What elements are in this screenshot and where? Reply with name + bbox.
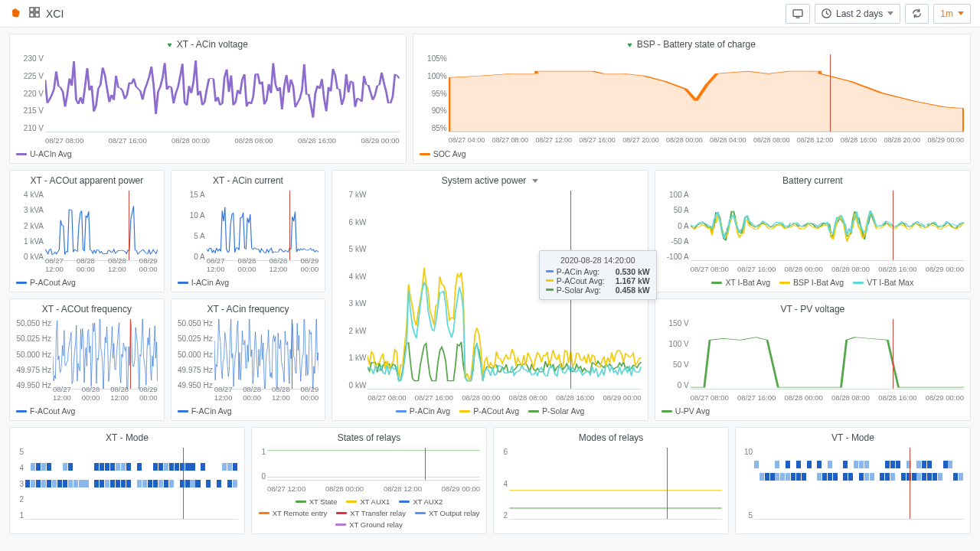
plot-area[interactable] (449, 54, 964, 132)
y-axis: 15 A10 A5 A0 A (173, 191, 205, 261)
y-axis: 642 (495, 448, 508, 520)
panel-relay-modes[interactable]: Modes of relays 642 (493, 427, 729, 534)
refresh-interval-picker[interactable]: 1m (933, 4, 971, 24)
panel-title: Modes of relays (579, 432, 644, 443)
plot-area[interactable] (25, 448, 238, 520)
y-axis: 50.050 Hz50.025 Hz50.000 Hz49.975 Hz49.9… (11, 319, 51, 390)
x-axis: 08/27 08:0008/27 16:0008/28 00:0008/28 0… (45, 137, 400, 145)
dashboard-grid: ♥XT - ACin voltage 230 V225 V220 V215 V2… (0, 28, 980, 540)
hover-tooltip: 2020-08-28 14:20:00 P-ACin Avg:0.530 kW … (539, 250, 657, 300)
plot-area[interactable] (691, 191, 964, 261)
x-axis: 08/27 08:0008/27 16:0008/28 00:0008/28 0… (691, 394, 964, 402)
plot-area[interactable] (691, 319, 964, 390)
time-cursor (289, 191, 290, 260)
plot-area[interactable] (214, 319, 319, 390)
legend: F-ACin Avg (172, 403, 325, 420)
panel-acin-current[interactable]: XT - ACin current 15 A10 A5 A0 A 08/27 1… (171, 170, 326, 292)
topbar: XCI Last 2 days 1m (0, 0, 980, 28)
legend: U-ACIn Avg (10, 146, 406, 163)
panel-title: System active power (442, 175, 527, 186)
time-cursor (130, 319, 131, 389)
plot-area[interactable] (267, 448, 480, 481)
x-axis: 08/27 08:0008/27 16:0008/28 00:0008/28 0… (368, 394, 641, 402)
y-axis: 100 A50 A0 A-50 A-100 A (657, 191, 689, 261)
panel-title: XT - ACin frequency (207, 304, 289, 315)
plot-area[interactable]: 2020-08-28 14:20:00 P-ACin Avg:0.530 kW … (368, 191, 641, 390)
time-cursor (183, 448, 184, 519)
panel-title: XT - ACOut frequency (42, 304, 132, 315)
panel-bsp-soc[interactable]: ♥BSP - Battery state of charge 105%100%9… (413, 34, 971, 164)
plot-area[interactable] (754, 448, 964, 520)
y-axis: 105%100%95%90%85% (415, 54, 447, 132)
y-axis: 230 V225 V220 V215 V210 V (11, 54, 44, 132)
svg-rect-2 (30, 13, 34, 17)
x-axis: 08/27 12:0008/28 00:0008/28 12:0008/29 0… (53, 386, 158, 402)
panel-title: VT - Mode (831, 432, 874, 443)
panel-title: XT - Mode (106, 432, 149, 443)
dashboard-icon[interactable] (29, 7, 40, 20)
legend: F-ACout Avg (10, 403, 164, 420)
panel-acout-frequency[interactable]: XT - ACOut frequency 50.050 Hz50.025 Hz5… (9, 298, 165, 421)
panel-relay-states[interactable]: States of relays 10 08/27 12:0008/28 00:… (251, 427, 487, 534)
dashboard-title[interactable]: XCI (46, 8, 64, 20)
panel-vt-mode[interactable]: VT - Mode 105 (735, 427, 971, 534)
plot-area[interactable] (53, 319, 158, 390)
svg-rect-3 (35, 13, 39, 17)
plot-area[interactable] (207, 191, 319, 261)
time-cursor (893, 319, 893, 389)
x-axis: 08/27 12:0008/28 00:0008/28 12:0008/29 0… (45, 257, 158, 273)
time-cursor (129, 191, 129, 260)
time-cursor (425, 448, 426, 480)
svg-rect-4 (793, 9, 802, 16)
time-cursor (667, 448, 668, 519)
y-axis: 4 kVA3 kVA2 kVA1 kVA0 kVA (11, 191, 44, 261)
chevron-down-icon (887, 11, 893, 15)
legend: I-ACin Avg (172, 275, 325, 292)
time-cursor (910, 448, 910, 519)
panel-title: BSP - Battery state of charge (637, 39, 756, 50)
panel-battery-current[interactable]: Battery current 100 A50 A0 A-50 A-100 A … (655, 170, 971, 292)
heart-icon: ♥ (628, 41, 632, 49)
panel-title: XT - ACin current (213, 175, 283, 186)
panel-system-active-power[interactable]: System active power 7 kW6 kW5 kW4 kW3 kW… (332, 170, 648, 421)
svg-rect-0 (30, 8, 34, 11)
y-axis: 150 V100 V50 V0 V (657, 319, 689, 390)
y-axis: 10 (253, 448, 266, 481)
legend: P-ACin Avg P-ACout Avg P-Solar Avg (332, 403, 647, 420)
grafana-logo-icon[interactable] (9, 8, 21, 20)
plot-area[interactable] (509, 448, 722, 520)
panel-title: XT - ACOut apparent power (30, 175, 143, 186)
time-cursor (830, 54, 831, 132)
legend: U-PV Avg (655, 403, 970, 420)
x-axis: 08/27 12:0008/28 00:0008/28 12:0008/29 0… (207, 257, 319, 273)
panel-title: States of relays (338, 432, 401, 443)
panel-acin-frequency[interactable]: XT - ACin frequency 50.050 Hz50.025 Hz50… (171, 298, 326, 421)
panel-title: Battery current (782, 175, 843, 186)
panel-acout-power[interactable]: XT - ACOut apparent power 4 kVA3 kVA2 kV… (9, 170, 165, 292)
legend: XT I-Bat Avg BSP I-Bat Avg VT I-Bat Max (655, 275, 970, 292)
legend: SOC Avg (413, 146, 970, 163)
time-range-picker[interactable]: Last 2 days (815, 4, 900, 24)
panel-pv-voltage[interactable]: VT - PV voltage 150 V100 V50 V0 V 08/27 … (655, 298, 971, 421)
panel-acin-voltage[interactable]: ♥XT - ACin voltage 230 V225 V220 V215 V2… (9, 34, 407, 164)
svg-rect-1 (35, 8, 39, 11)
refresh-interval-label: 1m (940, 8, 953, 19)
panel-xt-mode[interactable]: XT - Mode 54321 (9, 427, 245, 534)
x-axis: 08/27 08:0008/27 16:0008/28 00:0008/28 0… (691, 266, 964, 273)
x-axis: 08/27 12:0008/28 00:0008/28 12:0008/29 0… (267, 485, 480, 493)
panel-title: XT - ACin voltage (177, 39, 248, 50)
heart-icon: ♥ (168, 41, 172, 49)
plot-area[interactable] (45, 54, 400, 132)
chevron-down-icon (958, 11, 964, 15)
panel-title: VT - PV voltage (780, 304, 844, 315)
time-range-label: Last 2 days (836, 8, 883, 19)
legend: P-ACout Avg (10, 275, 164, 292)
legend: XT State XT AUX1 XT AUX2 XT Remote entry… (252, 494, 486, 533)
chevron-down-icon[interactable] (532, 179, 538, 183)
tv-mode-button[interactable] (786, 4, 810, 24)
time-cursor (292, 319, 292, 389)
y-axis: 50.050 Hz50.025 Hz50.000 Hz49.975 Hz49.9… (173, 319, 213, 390)
plot-area[interactable] (45, 191, 158, 261)
y-axis: 7 kW6 kW5 kW4 kW3 kW2 kW1 kW0 kW (334, 191, 366, 390)
refresh-button[interactable] (905, 4, 929, 24)
